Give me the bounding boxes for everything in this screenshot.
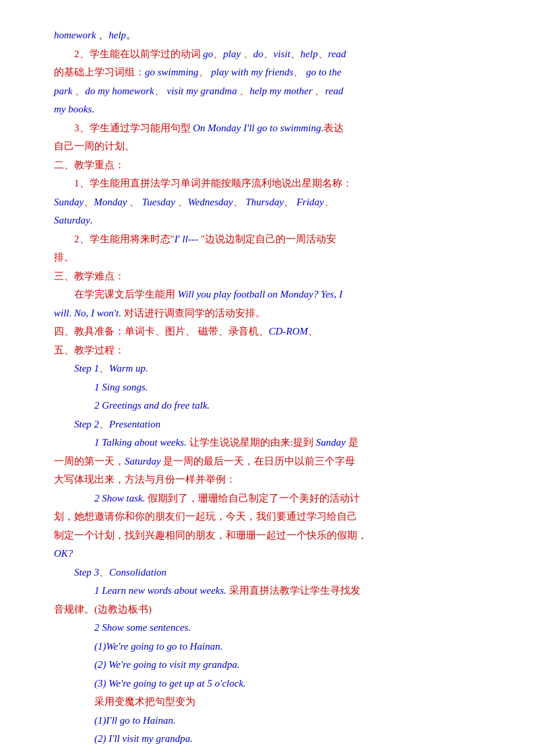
step3-2: 2 Show some sentences. (94, 619, 495, 637)
para-3b: 自己一周的计划。 (54, 138, 495, 156)
step2-1a: 1 Talking about weeks. 让学生说说星期的由来:提到 Sun… (94, 434, 495, 452)
para-2b: 的基础上学习词组：go swimming、 play with my frien… (54, 64, 495, 81)
para-2d: my books. (54, 101, 495, 118)
step3-1b: 音规律。(边教边板书) (54, 601, 495, 619)
step3-2-2: (2) We're going to visit my grandpa. (94, 656, 495, 674)
para-2c: park 、do my homework、 visit my grandma 、… (54, 83, 495, 100)
section-4: 四、教具准备：单词卡、图片、 磁带、录音机、CD-ROM、 (54, 323, 495, 341)
step2-2a: 2 Show task. 假期到了，珊珊给自己制定了一个美好的活动计 (94, 490, 495, 508)
step2-2c: 制定一个计划，找到兴趣相同的朋友，和珊珊一起过一个快乐的假期， (54, 527, 495, 545)
step3-magic-1: (1)I'll go to Hainan. (94, 712, 495, 730)
section-3: 三、教学难点： (54, 268, 495, 285)
step2-2b: 划，她想邀请你和你的朋友们一起玩，今天，我们要通过学习给自己 (54, 508, 495, 526)
step2-1c: 大写体现出来，方法与月份一样并举例： (54, 471, 495, 489)
para-key1: 1、学生能用直拼法学习单词并能按顺序流利地说出星期名称： (54, 175, 495, 193)
para-3: 3、学生通过学习能用句型 On Monday I'll go to swimmi… (54, 120, 495, 137)
para-diff: 在学完课文后学生能用 Will you play football on Mon… (54, 286, 495, 304)
section-2: 二、教学重点： (54, 157, 495, 174)
para-key1c: Saturday. (54, 212, 495, 230)
step1-header: Step 1、Warm up. (74, 360, 495, 378)
step2-2d: OK? (54, 545, 495, 563)
para-homework: homework 、help。 (54, 27, 495, 44)
step3-1a: 1 Learn new words about weeks. 采用直拼法教学让学… (94, 582, 495, 600)
text-homework: homework (54, 30, 98, 40)
step2-1b: 一周的第一天，Saturday 是一周的最后一天，在日历中以前三个字母 (54, 453, 495, 471)
step3-2-1: (1)We're going to go to Hainan. (94, 638, 495, 656)
step3-magic-2: (2) I'll visit my grandpa. (94, 730, 495, 748)
step1-1: 1 Sing songs. (94, 379, 495, 397)
para-key2: 2、学生能用将来时态"I' ll--- "边说边制定自己的一周活动安 (54, 231, 495, 248)
step1-2: 2 Greetings and do free talk. (94, 397, 495, 415)
step3-header: Step 3、Consolidation (74, 564, 495, 582)
para-key2b: 排。 (54, 249, 495, 267)
section-5: 五、教学过程： (54, 342, 495, 359)
step3-2-3: (3) We're going to get up at 5 o'clock. (94, 675, 495, 693)
step3-magic-zh: 采用变魔术把句型变为 (94, 693, 495, 711)
step2-header: Step 2、Presentation (74, 416, 495, 434)
para-diff2: will. No, I won't. 对话进行调查同学的活动安排。 (54, 305, 495, 322)
main-content: homework 、help。 2、学生能在以前学过的动词 go、play 、d… (54, 27, 495, 748)
para-2: 2、学生能在以前学过的动词 go、play 、do、visit、help、rea… (54, 46, 495, 63)
para-key1b: Sunday、Monday 、 Tuesday 、Wednesday、 Thur… (54, 194, 495, 211)
